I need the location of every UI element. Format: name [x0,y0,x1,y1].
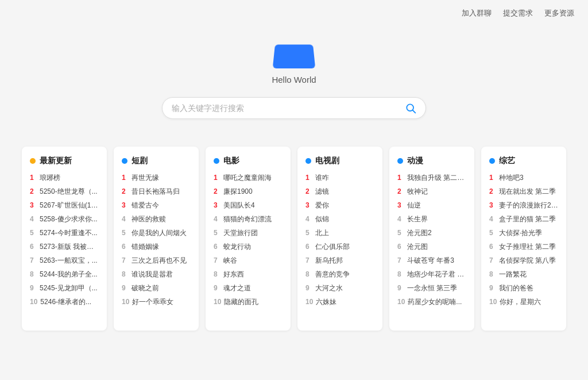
list-item-number: 7 [397,256,404,264]
card-list-duanju: 1再世无缘2昔日长袍落马归3错爱古今4神医的救赎5你是我的人间烟火6错婚姻缘7三… [122,173,191,307]
list-item-number: 8 [397,270,404,278]
list-item[interactable]: 7峡谷 [214,256,283,266]
list-item-number: 1 [214,174,220,182]
list-item[interactable]: 6蛟龙行动 [214,242,283,252]
list-item[interactable]: 10隐藏的面孔 [214,297,283,307]
list-item[interactable]: 4似锦 [305,214,374,224]
list-item-number: 2 [305,187,312,195]
nav-submit-request[interactable]: 提交需求 [503,8,533,18]
list-item[interactable]: 2牧神记 [397,187,466,197]
list-item[interactable]: 8谁说我是嚣君 [122,270,191,279]
nav-more-resources[interactable]: 更多资源 [544,8,574,18]
list-item[interactable]: 45258-傻少求求你... [30,214,99,224]
list-item[interactable]: 5大侦探·拾光季 [489,228,558,238]
list-item[interactable]: 7斗破苍穹 年番3 [397,256,466,266]
list-item[interactable]: 4神医的救赎 [122,214,191,224]
list-item[interactable]: 8地痞少年花子君 第... [397,270,466,279]
list-item[interactable]: 9一念永恒 第三季 [397,283,466,293]
list-item-number: 1 [122,174,129,182]
list-item[interactable]: 8一路繁花 [489,270,558,279]
list-item[interactable]: 7三次之后再也不见 [122,256,191,266]
list-item[interactable]: 3爱你 [305,201,374,210]
list-item-text: 谁咋 [315,173,329,183]
list-item-text: 名侦探学院 第八季 [499,256,556,266]
list-item[interactable]: 8善意的竞争 [305,270,374,279]
list-item[interactable]: 3美国队长4 [214,201,283,210]
list-item[interactable]: 75263-一船双宝，... [30,256,99,266]
card-title-duanju: 短剧 [131,156,148,166]
list-item[interactable]: 25250-绝世龙尊（... [30,187,99,197]
list-item[interactable]: 1哪吒之魔童闹海 [214,173,283,183]
search-input[interactable] [172,103,405,113]
list-item[interactable]: 9大河之水 [305,283,374,293]
list-item-text: 仁心俱乐部 [315,242,350,252]
list-item-text: 5274-今时重逢不... [40,228,98,238]
list-item[interactable]: 10你好，星期六 [489,297,558,307]
list-item[interactable]: 1谁咋 [305,173,374,183]
list-item[interactable]: 6女子推理社 第二季 [489,242,558,252]
list-item[interactable]: 5你是我的人间烟火 [122,228,191,238]
list-item[interactable]: 85244-我的弟子全... [30,270,99,279]
list-item-text: 谁说我是嚣君 [131,270,173,279]
list-item[interactable]: 3错爱古今 [122,201,191,210]
list-item-text: 廉探1900 [223,187,253,197]
list-item-text: 5250-绝世龙尊（... [40,187,98,197]
list-item[interactable]: 10药屋少女的呢喃... [397,297,466,307]
list-item[interactable]: 1我独自升级 第二季... [397,173,466,183]
card-header-dianying: 电影 [214,156,283,166]
list-item[interactable]: 8好东西 [214,270,283,279]
list-item[interactable]: 1再世无缘 [122,173,191,183]
search-button[interactable] [405,102,416,114]
nav-join-group[interactable]: 加入群聊 [462,8,492,18]
list-item[interactable]: 3仙逆 [397,201,466,210]
list-item[interactable]: 7新乌托邦 [305,256,374,266]
list-item-number: 10 [489,298,497,306]
list-item[interactable]: 4猫猫的奇幻漂流 [214,214,283,224]
list-item[interactable]: 5沧元图2 [397,228,466,238]
list-item[interactable]: 65273-新版 我被困... [30,242,99,252]
list-item[interactable]: 5北上 [305,228,374,238]
list-item[interactable]: 2昔日长袍落马归 [122,187,191,197]
list-item-text: 六姝妹 [316,297,336,307]
list-item-number: 8 [122,270,129,278]
list-item[interactable]: 55274-今时重逢不... [30,228,99,238]
list-item[interactable]: 10六姝妹 [305,297,374,307]
list-item[interactable]: 3妻子的浪漫旅行20... [489,201,558,210]
list-item[interactable]: 2滤镜 [305,187,374,197]
list-item[interactable]: 7名侦探学院 第八季 [489,256,558,266]
list-item-number: 9 [214,284,220,292]
list-item-number: 3 [122,201,129,209]
list-item[interactable]: 9魂才之道 [214,283,283,293]
list-item[interactable]: 9我们的爸爸 [489,283,558,293]
list-item[interactable]: 6错婚姻缘 [122,242,191,252]
list-item[interactable]: 2现在就出发 第二季 [489,187,558,197]
list-item-number: 6 [489,243,496,251]
list-item[interactable]: 4盒子里的猫 第二季 [489,214,558,224]
list-item-text: 三次之后再也不见 [131,256,187,266]
list-item[interactable]: 4长生界 [397,214,466,224]
list-item[interactable]: 5天堂旅行团 [214,228,283,238]
list-item[interactable]: 95245-见龙卸甲（... [30,283,99,293]
list-item[interactable]: 9破晓之前 [122,283,191,293]
list-item-number: 6 [122,243,129,251]
list-item[interactable]: 35267-旷世医仙(10... [30,201,99,210]
list-item-number: 9 [397,284,404,292]
list-item[interactable]: 6仁心俱乐部 [305,242,374,252]
list-item[interactable]: 2廉探1900 [214,187,283,197]
list-item-number: 10 [397,298,405,306]
list-item[interactable]: 105246-继承者的... [30,297,99,307]
card-list-dianshiju: 1谁咋2滤镜3爱你4似锦5北上6仁心俱乐部7新乌托邦8善意的竞争9大河之水10六… [305,173,374,307]
list-item-text: 药屋少女的呢喃... [408,297,462,307]
list-item-number: 2 [122,187,129,195]
list-item-text: 牧神记 [407,187,428,197]
list-item[interactable]: 1种地吧3 [489,173,558,183]
list-item[interactable]: 10好一个乖乖女 [122,297,191,307]
logo-icon [273,45,316,69]
list-item-number: 9 [489,284,496,292]
card-header-duanju: 短剧 [122,156,191,166]
list-item[interactable]: 6沧元图 [397,242,466,252]
card-list-dongman: 1我独自升级 第二季...2牧神记3仙逆4长生界5沧元图26沧元图7斗破苍穹 年… [397,173,466,307]
list-item[interactable]: 1琅琊榜 [30,173,99,183]
hero-section: Hello World [0,26,588,130]
list-item-number: 7 [489,256,496,264]
